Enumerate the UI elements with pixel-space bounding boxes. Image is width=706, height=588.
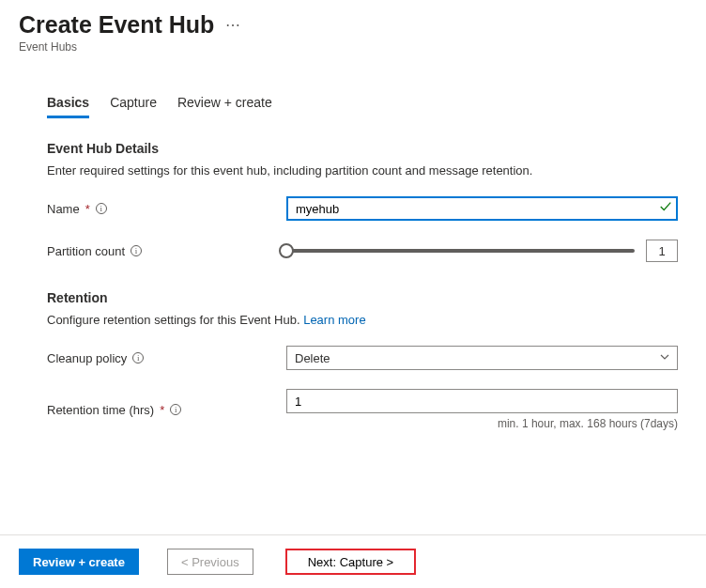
- info-icon[interactable]: i: [130, 245, 142, 256]
- tabs: Basics Capture Review + create: [19, 89, 687, 118]
- info-icon[interactable]: i: [170, 404, 181, 415]
- partition-label: Partition count: [47, 244, 125, 258]
- retention-time-input[interactable]: [286, 389, 678, 413]
- info-icon[interactable]: i: [132, 352, 144, 364]
- partition-value[interactable]: 1: [646, 240, 678, 262]
- cleanup-policy-select[interactable]: Delete: [286, 346, 678, 370]
- page-subtitle: Event Hubs: [19, 40, 687, 54]
- section-retention-desc: Configure retention settings for this Ev…: [47, 313, 678, 327]
- required-indicator: *: [160, 403, 164, 417]
- partition-slider[interactable]: [286, 241, 635, 260]
- retention-time-label: Retention time (hrs): [47, 403, 154, 417]
- slider-thumb[interactable]: [279, 243, 294, 258]
- tab-capture[interactable]: Capture: [110, 89, 157, 117]
- name-label: Name: [47, 202, 80, 216]
- section-eventhub-details: Event Hub Details: [47, 141, 678, 156]
- page-title: Create Event Hub: [19, 11, 214, 39]
- learn-more-link[interactable]: Learn more: [303, 313, 365, 327]
- section-eventhub-desc: Enter required settings for this event h…: [47, 163, 678, 178]
- more-icon[interactable]: ⋯: [222, 16, 244, 34]
- slider-track: [286, 249, 635, 253]
- tab-basics[interactable]: Basics: [47, 89, 89, 117]
- name-input[interactable]: [286, 196, 678, 221]
- tab-review-create[interactable]: Review + create: [177, 89, 272, 117]
- retention-desc-text: Configure retention settings for this Ev…: [47, 313, 303, 327]
- check-icon: [659, 200, 672, 217]
- retention-hint: min. 1 hour, max. 168 hours (7days): [286, 417, 678, 430]
- chevron-down-icon: [659, 349, 670, 366]
- previous-button[interactable]: < Previous: [167, 549, 253, 575]
- review-create-button[interactable]: Review + create: [19, 549, 139, 575]
- cleanup-label: Cleanup policy: [47, 351, 127, 365]
- info-icon[interactable]: i: [96, 203, 107, 214]
- footer: Review + create < Previous Next: Capture…: [0, 534, 706, 588]
- required-indicator: *: [85, 202, 90, 216]
- section-retention: Retention: [47, 290, 678, 305]
- next-capture-button[interactable]: Next: Capture >: [285, 549, 416, 575]
